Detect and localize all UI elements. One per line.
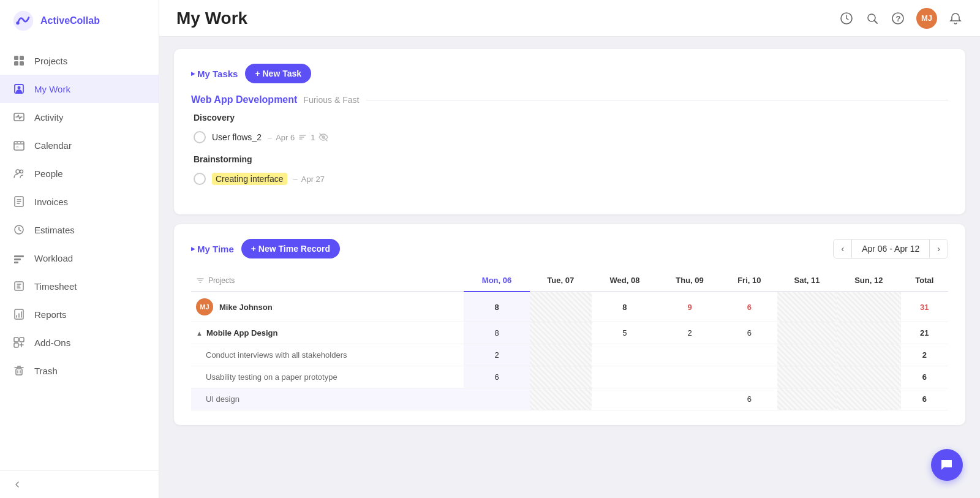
sidebar-item-label-projects: Projects <box>34 56 67 66</box>
sidebar: ActiveCollab Projects <box>0 0 159 498</box>
task-name-user-flows[interactable]: User flows_2 <box>212 132 262 142</box>
task3-fri[interactable]: 6 <box>722 388 777 410</box>
table-row-project: ▲ Mobile App Design 8 5 2 6 21 <box>191 322 948 344</box>
sidebar-item-timesheet[interactable]: Timesheet <box>0 272 159 300</box>
sidebar-item-reports[interactable]: Reports <box>0 300 159 328</box>
timesheet-icon <box>12 279 26 293</box>
search-icon[interactable] <box>865 11 880 26</box>
invoices-icon <box>12 195 26 208</box>
task-cell-3: UI design <box>191 388 464 410</box>
task-label-2: Usability testing on a paper prototype <box>196 372 337 382</box>
task-name-creating-interface[interactable]: Creating interface <box>212 173 287 185</box>
sidebar-item-label-addons: Add-Ons <box>34 338 70 348</box>
new-task-button[interactable]: + New Task <box>245 64 311 83</box>
sidebar-item-people[interactable]: People <box>0 159 159 187</box>
user-mon[interactable]: 8 <box>464 292 530 322</box>
sidebar-item-addons[interactable]: Add-Ons <box>0 328 159 357</box>
task3-sat <box>777 388 837 410</box>
sidebar-item-my-work[interactable]: My Work <box>0 75 159 103</box>
task3-mon <box>464 388 530 410</box>
tasks-section-header: My Tasks + New Task <box>191 64 948 83</box>
time-section-header: My Time + New Time Record ‹ Apr 06 - Apr… <box>191 239 948 258</box>
project-fri[interactable]: 6 <box>722 322 777 344</box>
chat-bubble-button[interactable] <box>931 449 963 481</box>
project-group: Web App Development Furious & Fast Disco… <box>191 94 948 190</box>
avatar[interactable]: MJ <box>916 8 937 29</box>
project-name[interactable]: Web App Development <box>191 94 297 105</box>
project-label: Mobile App Design <box>206 328 278 338</box>
sidebar-item-invoices[interactable]: Invoices <box>0 187 159 216</box>
sidebar-item-label-calendar: Calendar <box>34 140 72 151</box>
new-time-record-button[interactable]: + New Time Record <box>241 239 340 258</box>
task3-wed <box>592 388 658 410</box>
sidebar-footer <box>0 470 159 498</box>
user-thu[interactable]: 9 <box>658 292 721 322</box>
project-mon[interactable]: 8 <box>464 322 530 344</box>
sort-icon <box>196 276 205 285</box>
task1-sun <box>837 344 901 366</box>
task-label-3: UI design <box>196 394 239 404</box>
collapse-button[interactable] <box>12 480 146 489</box>
logo-area[interactable]: ActiveCollab <box>0 0 159 42</box>
task3-sun <box>837 388 901 410</box>
col-header-thu: Thu, 09 <box>658 270 721 292</box>
logo-icon <box>12 10 34 32</box>
table-header-row: Projects Mon, 06 Tue, 07 Wed, 08 Thu, 09… <box>191 270 948 292</box>
divider-line <box>366 100 948 100</box>
col-header-sat: Sat, 11 <box>777 270 837 292</box>
col-header-projects: Projects <box>191 270 464 292</box>
user-fri[interactable]: 6 <box>722 292 777 322</box>
project-sun <box>837 322 901 344</box>
task1-fri <box>722 344 777 366</box>
svg-point-11 <box>20 142 21 143</box>
svg-rect-19 <box>14 262 18 263</box>
collapse-icon <box>12 480 22 489</box>
task2-mon[interactable]: 6 <box>464 366 530 388</box>
date-prev-button[interactable]: ‹ <box>834 240 852 258</box>
my-time-link[interactable]: My Time <box>191 244 234 254</box>
task-cell-1: Conduct interviews with all stakeholders <box>191 344 464 366</box>
sidebar-item-label-people: People <box>34 168 63 179</box>
task-label-1: Conduct interviews with all stakeholders <box>196 350 347 360</box>
col-header-fri: Fri, 10 <box>722 270 777 292</box>
my-tasks-link[interactable]: My Tasks <box>191 69 238 79</box>
task2-wed <box>592 366 658 388</box>
sidebar-item-workload[interactable]: Workload <box>0 244 159 272</box>
sidebar-item-trash[interactable]: Trash <box>0 357 159 385</box>
task-checkbox-2[interactable] <box>194 173 206 185</box>
user-wed[interactable]: 8 <box>592 292 658 322</box>
calendar-icon: 6 <box>12 138 26 152</box>
date-range-label: Apr 06 - Apr 12 <box>852 240 929 258</box>
sidebar-item-label-reports: Reports <box>34 309 67 320</box>
project-cell: ▲ Mobile App Design <box>191 322 464 344</box>
notifications-icon[interactable] <box>948 11 963 26</box>
project-subtitle: Furious & Fast <box>303 95 359 105</box>
task1-sat <box>777 344 837 366</box>
clock-icon[interactable] <box>839 11 854 26</box>
my-tasks-card: My Tasks + New Task Web App Development … <box>174 49 965 214</box>
svg-rect-17 <box>14 255 24 257</box>
date-next-button[interactable]: › <box>929 240 948 258</box>
user-sat <box>777 292 837 322</box>
task-subtask-count: 1 <box>311 133 315 142</box>
project-chevron-icon[interactable]: ▲ <box>196 330 203 337</box>
task-meta-creating-interface: – Apr 27 <box>293 175 325 184</box>
sidebar-item-activity[interactable]: Activity <box>0 103 159 131</box>
task-due-user-flows: Apr 6 <box>276 133 295 142</box>
trash-icon <box>12 364 26 377</box>
project-sat <box>777 322 837 344</box>
grid-icon <box>12 54 26 67</box>
sidebar-item-calendar[interactable]: 6 Calendar <box>0 131 159 159</box>
task-checkbox[interactable] <box>194 131 206 143</box>
svg-rect-24 <box>14 343 18 347</box>
task1-mon[interactable]: 2 <box>464 344 530 366</box>
task-group-discovery: Discovery <box>191 113 948 123</box>
svg-point-13 <box>16 170 20 173</box>
sidebar-item-projects[interactable]: Projects <box>0 47 159 75</box>
help-icon[interactable]: ? <box>891 11 905 26</box>
task1-wed <box>592 344 658 366</box>
sidebar-item-estimates[interactable]: Estimates <box>0 216 159 244</box>
date-navigator: ‹ Apr 06 - Apr 12 › <box>833 239 948 258</box>
project-thu[interactable]: 2 <box>658 322 721 344</box>
project-wed[interactable]: 5 <box>592 322 658 344</box>
